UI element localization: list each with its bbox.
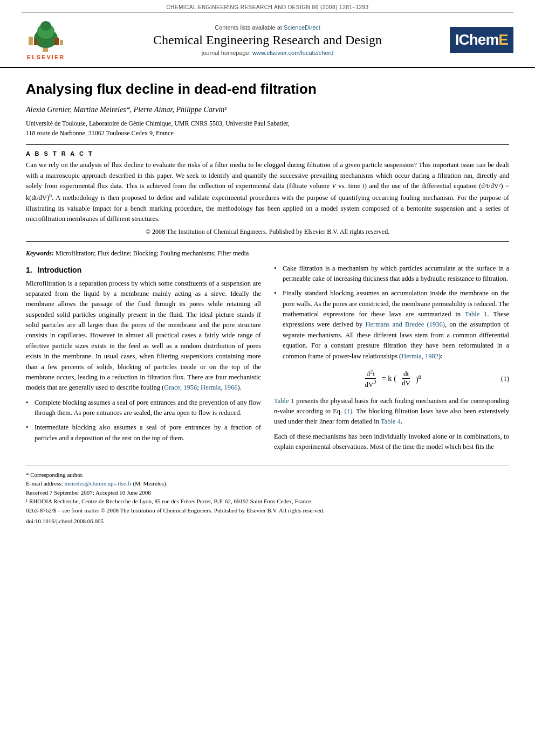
fouling-mechanisms-list: Complete blocking assumes a seal of pore… xyxy=(26,398,261,444)
article-title: Analysing flux decline in dead-end filtr… xyxy=(26,81,509,98)
eq-paren-close: )n xyxy=(416,373,422,384)
journal-citation: CHEMICAL ENGINEERING RESEARCH AND DESIGN… xyxy=(166,4,368,10)
bullet-cake-text: Cake filtration is a mechanism by which … xyxy=(283,265,509,282)
journal-info-bar: CHEMICAL ENGINEERING RESEARCH AND DESIGN… xyxy=(0,0,535,12)
left-column: 1. Introduction Microfiltration is a sep… xyxy=(26,263,261,457)
right-para1: Table 1 presents the physical basis for … xyxy=(274,396,509,427)
page: CHEMICAL ENGINEERING RESEARCH AND DESIGN… xyxy=(0,0,535,756)
svg-point-3 xyxy=(40,21,51,31)
affiliation: Université de Toulouse, Laboratoire de G… xyxy=(26,119,509,138)
eq-paren-open: ( xyxy=(394,374,396,383)
keywords-values: Microfiltration; Flux decline; Blocking;… xyxy=(56,249,249,257)
equation1-content: d2t dV2 = k ( dt dV )n xyxy=(362,368,422,390)
eq-fraction-dt: dt dV xyxy=(401,370,411,387)
elsevier-wordmark: ELSEVIER xyxy=(27,54,65,60)
bullet-intermediate-blocking: Intermediate blocking also assumes a sea… xyxy=(26,422,261,443)
bullet-standard-blocking: Finally standard blocking assumes an acc… xyxy=(274,288,509,362)
svg-rect-4 xyxy=(29,37,33,45)
footnote1-text: ¹ RHODIA Recherche, Centre de Recherche … xyxy=(26,497,509,506)
footnote-corresponding: * Corresponding author. xyxy=(26,470,509,480)
abstract-label: A B S T R A C T xyxy=(26,150,509,157)
footnote-email-label: E-mail address: xyxy=(26,480,64,487)
elsevier-logo: ELSEVIER xyxy=(22,19,70,60)
right-para2: Each of these mechanisms has been indivi… xyxy=(274,432,509,453)
journal-header: ELSEVIER Contents lists available at Sci… xyxy=(0,13,535,68)
bullet-complete-text: Complete blocking assumes a seal of pore… xyxy=(35,399,261,417)
elsevier-tree-icon xyxy=(26,19,65,53)
footnote-email-line: E-mail address: meireles@chimie.ups-tlse… xyxy=(26,479,509,488)
table4-link[interactable]: Table 4 xyxy=(381,418,401,425)
section1-number: 1. xyxy=(26,266,32,274)
hermia1982-ref[interactable]: Hermia, 1982 xyxy=(401,352,438,360)
hermans-bredee-ref[interactable]: Hermans and Bredée (1936) xyxy=(365,321,445,328)
right-column: Cake filtration is a mechanism by which … xyxy=(274,263,509,457)
keywords-label: Keywords: xyxy=(26,249,54,257)
eq-equals: = k xyxy=(382,374,392,383)
equation1-block: d2t dV2 = k ( dt dV )n (1) xyxy=(274,368,509,390)
eq-fraction-d2t: d2t dV2 xyxy=(364,368,378,390)
sciencedirect-link[interactable]: ScienceDirect xyxy=(284,24,320,31)
keywords-line: Keywords: Microfiltration; Flux decline;… xyxy=(26,248,509,258)
doi-line: doi:10.1016/j.cherd.2008.06.005 xyxy=(26,517,509,526)
sciencedirect-line: Contents lists available at ScienceDirec… xyxy=(76,24,459,31)
bullet-cake-filtration: Cake filtration is a mechanism by which … xyxy=(274,263,509,285)
footnote-section: * Corresponding author. E-mail address: … xyxy=(26,466,509,526)
homepage-link[interactable]: www.elsevier.com/locate/cherd xyxy=(252,50,333,56)
author-names: Alexia Grenier, Martine Meireles*, Pierr… xyxy=(26,106,227,114)
bullet-complete-blocking: Complete blocking assumes a seal of pore… xyxy=(26,398,261,419)
copyright-line: © 2008 The Institution of Chemical Engin… xyxy=(26,228,509,236)
svg-rect-7 xyxy=(60,40,63,45)
svg-rect-5 xyxy=(34,39,37,45)
svg-rect-6 xyxy=(54,38,59,45)
authors-line: Alexia Grenier, Martine Meireles*, Pierr… xyxy=(26,104,509,115)
table1-ref[interactable]: Table 1 xyxy=(465,310,488,318)
bullet-intermediate-text: Intermediate blocking also assumes a sea… xyxy=(35,424,261,441)
footnote-email-suffix: (M. Meireles). xyxy=(133,480,168,487)
fouling-mechanisms-list-right: Cake filtration is a mechanism by which … xyxy=(274,263,509,362)
rights-line: 0263-8762/$ – see front matter © 2008 Th… xyxy=(26,506,509,515)
section1-title: Introduction xyxy=(38,266,82,274)
icheme-wordmark: IChemE xyxy=(450,27,513,53)
two-column-body: 1. Introduction Microfiltration is a sep… xyxy=(26,263,509,457)
journal-title: Chemical Engineering Research and Design xyxy=(76,33,459,47)
grace-ref[interactable]: Grace, 1956 xyxy=(164,384,197,391)
section1-heading: 1. Introduction xyxy=(26,266,261,274)
table1-link[interactable]: Table 1 xyxy=(274,397,294,405)
intro-paragraph1: Microfiltration is a separation process … xyxy=(26,279,261,393)
hermia-ref[interactable]: Hermia, 1966 xyxy=(201,384,238,391)
equation1-number: (1) xyxy=(501,374,509,383)
abstract-section: A B S T R A C T Can we rely on the analy… xyxy=(26,144,509,241)
icheme-logo: IChemE xyxy=(465,27,513,53)
journal-homepage: journal homepage: www.elsevier.com/locat… xyxy=(76,50,459,56)
footnote-email-link[interactable]: meireles@chimie.ups-tlse.fr xyxy=(64,480,131,487)
article-body: Analysing flux decline in dead-end filtr… xyxy=(0,68,535,535)
abstract-text: Can we rely on the analysis of flux decl… xyxy=(26,160,509,224)
footnote-received: Received 7 September 2007; Accepted 10 J… xyxy=(26,488,509,497)
eq1-link[interactable]: (1) xyxy=(344,407,352,415)
journal-center: Contents lists available at ScienceDirec… xyxy=(76,24,459,56)
